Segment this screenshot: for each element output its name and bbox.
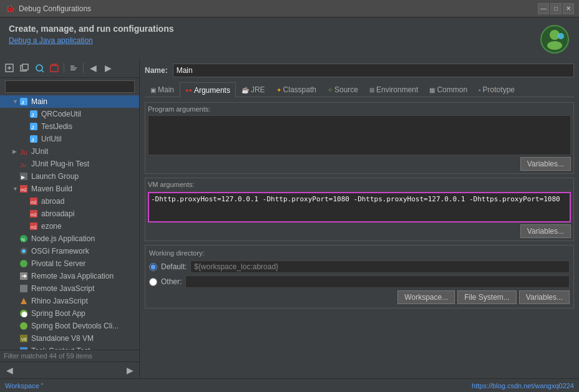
svg-rect-8 — [22, 64, 28, 70]
program-args-textarea[interactable] — [148, 115, 571, 155]
name-input[interactable] — [173, 64, 574, 77]
minimize-button[interactable]: — — [538, 3, 549, 14]
tree-item-task-context[interactable]: T Task Context Test — [0, 345, 139, 350]
tab-common-label: Common — [437, 85, 467, 94]
tree-item-remote-java[interactable]: Remote Java Application — [0, 270, 139, 282]
vm-args-textarea[interactable]: -Dhttp.proxyHost=127.0.0.1 -Dhttp.proxyP… — [148, 192, 571, 222]
header-link[interactable]: Debug a Java application — [9, 36, 93, 45]
tree-item-pivotal[interactable]: Pivotal tc Server — [0, 257, 139, 270]
other-radio[interactable] — [149, 278, 157, 286]
tab-source-label: Source — [334, 85, 358, 94]
arrow-left-button[interactable]: ◀ — [86, 61, 100, 75]
duplicate-button[interactable] — [17, 61, 31, 75]
tab-main[interactable]: ▣ Main — [145, 82, 180, 97]
program-args-variables-button[interactable]: Variables... — [520, 157, 571, 171]
tab-classpath-icon: ✦ — [276, 87, 281, 93]
default-radio[interactable] — [149, 263, 157, 271]
file-system-button[interactable]: File System... — [457, 290, 517, 304]
name-row: Name: — [145, 64, 574, 77]
tab-arguments[interactable]: ●● Arguments — [180, 82, 236, 97]
tree-item-standalone[interactable]: V8 Standalone V8 VM — [0, 332, 139, 345]
tree-item-junit[interactable]: ▶ Ju JUnit — [0, 145, 139, 158]
svg-text:J: J — [21, 100, 24, 105]
left-toolbar: ◀ ▶ — [0, 59, 139, 78]
tree-item-label: Launch Group — [31, 172, 79, 181]
toolbar-separator-1 — [64, 63, 64, 73]
maven-abroad-icon: m2 — [29, 196, 39, 206]
tree-item-junit-plugin[interactable]: Ju JUnit Plug-in Test — [0, 158, 139, 170]
tab-common-icon: ▦ — [429, 87, 435, 93]
tab-common[interactable]: ▦ Common — [424, 82, 473, 97]
new-config-button[interactable] — [2, 61, 16, 75]
program-args-label: Program arguments: — [148, 105, 571, 113]
java-icon-3: J — [29, 122, 39, 131]
workspace-button[interactable]: Workspace... — [397, 290, 455, 304]
tree-item-nodejs[interactable]: N Node.js Application — [0, 232, 139, 245]
rhino-icon — [19, 296, 29, 306]
window-controls: — □ ✕ — [538, 3, 574, 14]
maven-ezone-icon: m2 — [29, 221, 39, 231]
tree-item-main[interactable]: ▼ J Main — [0, 95, 139, 108]
svg-text:Ju: Ju — [20, 148, 27, 155]
vm-args-label: VM arguments: — [148, 181, 195, 188]
tree-item-abroad[interactable]: m2 abroad — [0, 195, 139, 208]
header-title: Create, manage, and run configurations — [9, 24, 174, 34]
tree-item-label: Maven Build — [31, 184, 72, 193]
tab-prototype[interactable]: ▪ Prototype — [473, 82, 520, 97]
tree-item-label: Node.js Application — [31, 234, 95, 243]
working-dir-title: Working directory: — [149, 249, 570, 257]
spring-boot-icon: ⬤ — [19, 308, 29, 318]
main-container: Create, manage, and run configurations D… — [0, 17, 579, 392]
vm-args-wrap: -Dhttp.proxyHost=127.0.0.1 -Dhttp.proxyP… — [148, 192, 571, 238]
junit-plugin-icon: Ju — [19, 159, 29, 169]
scroll-right-button[interactable]: ▶ — [123, 363, 137, 377]
svg-text:J: J — [31, 125, 34, 130]
tree-item-testjedis[interactable]: J TestJedis — [0, 120, 139, 133]
tree-item-remote-js[interactable]: Remote JavaScript — [0, 282, 139, 295]
tab-source[interactable]: ✧ Source — [322, 82, 364, 97]
tree-item-qrcodeutil[interactable]: J QRCodeUtil — [0, 108, 139, 120]
other-path-input[interactable] — [185, 275, 570, 288]
tree-area[interactable]: ▼ J Main J QRCodeUtil J — [0, 95, 139, 350]
tree-item-spring-devtools[interactable]: Spring Boot Devtools Cli... — [0, 320, 139, 332]
default-radio-row: Default: — [149, 261, 570, 273]
tab-classpath[interactable]: ✦ Classpath — [271, 82, 322, 97]
vm-args-variables-button[interactable]: Variables... — [520, 224, 571, 238]
tree-item-rhino[interactable]: Rhino JavaScript — [0, 295, 139, 307]
default-path-input[interactable] — [190, 261, 570, 273]
svg-rect-11 — [51, 65, 58, 72]
tree-item-label: JUnit — [31, 147, 48, 156]
variables-button[interactable]: Variables... — [519, 290, 570, 304]
status-url[interactable]: https://blog.csdn.net/wangxq0224 — [472, 382, 574, 390]
tab-environment[interactable]: ⊞ Environment — [364, 82, 424, 97]
tab-main-icon: ▣ — [150, 87, 156, 93]
tree-item-label: OSGi Framework — [31, 247, 89, 256]
tab-source-icon: ✧ — [328, 87, 333, 93]
close-button[interactable]: ✕ — [563, 3, 574, 14]
tree-item-launch-group[interactable]: ▶ Launch Group — [0, 170, 139, 183]
launch-group-icon: ▶ — [19, 171, 29, 181]
tree-item-abroadapi[interactable]: m2 abroadapi — [0, 208, 139, 220]
header-text: Create, manage, and run configurations D… — [9, 24, 174, 45]
maximize-button[interactable]: □ — [550, 3, 562, 14]
tree-item-urlutil[interactable]: J UrlUtil — [0, 133, 139, 145]
other-radio-label: Other: — [161, 277, 182, 286]
tab-jre[interactable]: ☕ JRE — [236, 82, 271, 97]
tree-item-maven-build[interactable]: ▼ m2 Maven Build — [0, 183, 139, 195]
collapse-button[interactable] — [67, 61, 80, 75]
tree-item-spring-boot[interactable]: ⬤ Spring Boot App — [0, 307, 139, 320]
svg-text:m2: m2 — [31, 200, 37, 204]
filter-button[interactable] — [32, 61, 46, 75]
delete-button[interactable] — [47, 61, 61, 75]
name-label: Name: — [145, 66, 168, 75]
form-content: Program arguments: Variables... VM argum… — [145, 102, 574, 373]
tree-item-osgi[interactable]: OSGi Framework — [0, 245, 139, 257]
tree-item-label: UrlUtil — [41, 135, 62, 143]
scroll-left-button[interactable]: ◀ — [2, 363, 16, 377]
java-icon-4: J — [29, 134, 39, 144]
svg-text:Ju: Ju — [20, 162, 26, 168]
svg-text:N: N — [21, 237, 25, 242]
arrow-right-button[interactable]: ▶ — [101, 61, 115, 75]
tree-item-ezone[interactable]: m2 ezone — [0, 220, 139, 232]
search-input[interactable] — [5, 80, 135, 93]
